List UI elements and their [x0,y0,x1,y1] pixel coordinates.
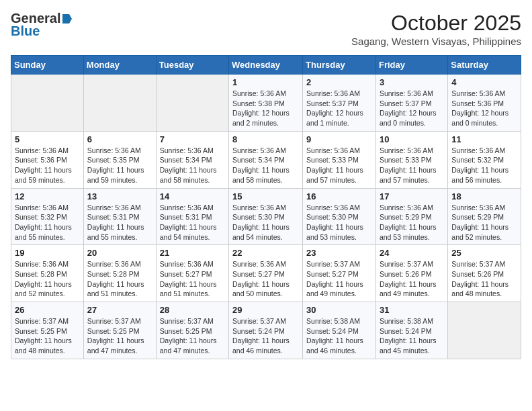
day-number: 2 [306,77,372,87]
day-number: 30 [306,305,372,315]
day-number: 5 [15,134,80,144]
calendar-cell: 24Sunrise: 5:37 AM Sunset: 5:26 PM Dayli… [375,245,447,302]
day-info: Sunrise: 5:37 AM Sunset: 5:25 PM Dayligh… [87,316,152,356]
weekday-header-row: SundayMondayTuesdayWednesdayThursdayFrid… [11,56,521,75]
day-info: Sunrise: 5:36 AM Sunset: 5:30 PM Dayligh… [306,203,372,242]
day-number: 21 [160,248,225,258]
day-info: Sunrise: 5:37 AM Sunset: 5:24 PM Dayligh… [232,316,299,356]
day-info: Sunrise: 5:36 AM Sunset: 5:33 PM Dayligh… [380,146,444,185]
page-header: General Blue October 2025 Sagang, Wester… [11,11,521,47]
svg-marker-0 [62,14,72,24]
day-info: Sunrise: 5:36 AM Sunset: 5:31 PM Dayligh… [160,203,225,242]
calendar-cell [11,75,84,132]
weekday-header-friday: Friday [375,56,447,75]
calendar-cell: 20Sunrise: 5:36 AM Sunset: 5:28 PM Dayli… [83,245,156,302]
day-number: 25 [451,248,517,258]
day-info: Sunrise: 5:36 AM Sunset: 5:38 PM Dayligh… [232,89,299,128]
day-number: 9 [306,134,372,144]
calendar-cell: 19Sunrise: 5:36 AM Sunset: 5:28 PM Dayli… [11,245,84,302]
calendar-week-row: 19Sunrise: 5:36 AM Sunset: 5:28 PM Dayli… [11,245,521,302]
day-info: Sunrise: 5:36 AM Sunset: 5:34 PM Dayligh… [160,146,225,185]
day-number: 17 [380,191,444,201]
day-info: Sunrise: 5:36 AM Sunset: 5:33 PM Dayligh… [306,146,372,185]
day-info: Sunrise: 5:36 AM Sunset: 5:31 PM Dayligh… [87,203,152,242]
calendar-week-row: 1Sunrise: 5:36 AM Sunset: 5:38 PM Daylig… [11,75,521,132]
calendar-cell: 7Sunrise: 5:36 AM Sunset: 5:34 PM Daylig… [156,131,228,188]
day-info: Sunrise: 5:38 AM Sunset: 5:24 PM Dayligh… [306,316,372,356]
weekday-header-sunday: Sunday [11,56,84,75]
calendar-cell: 11Sunrise: 5:36 AM Sunset: 5:32 PM Dayli… [448,131,521,188]
day-number: 6 [87,134,152,144]
calendar-cell: 9Sunrise: 5:36 AM Sunset: 5:33 PM Daylig… [303,131,376,188]
day-info: Sunrise: 5:37 AM Sunset: 5:25 PM Dayligh… [160,316,225,356]
day-number: 16 [306,191,372,201]
calendar-cell: 22Sunrise: 5:36 AM Sunset: 5:27 PM Dayli… [229,245,303,302]
day-number: 11 [451,134,517,144]
calendar-cell: 29Sunrise: 5:37 AM Sunset: 5:24 PM Dayli… [229,302,303,359]
day-number: 4 [451,77,517,87]
calendar-table: SundayMondayTuesdayWednesdayThursdayFrid… [11,55,521,359]
calendar-cell: 13Sunrise: 5:36 AM Sunset: 5:31 PM Dayli… [83,188,156,245]
day-info: Sunrise: 5:36 AM Sunset: 5:28 PM Dayligh… [87,259,152,299]
day-number: 31 [380,305,444,315]
day-info: Sunrise: 5:36 AM Sunset: 5:37 PM Dayligh… [380,89,444,128]
weekday-header-tuesday: Tuesday [156,56,228,75]
day-info: Sunrise: 5:38 AM Sunset: 5:24 PM Dayligh… [380,316,444,356]
day-info: Sunrise: 5:36 AM Sunset: 5:35 PM Dayligh… [87,146,152,185]
calendar-cell: 23Sunrise: 5:37 AM Sunset: 5:27 PM Dayli… [303,245,376,302]
calendar-cell [156,75,228,132]
day-number: 28 [160,305,225,315]
day-number: 10 [380,134,444,144]
day-info: Sunrise: 5:36 AM Sunset: 5:32 PM Dayligh… [451,146,517,185]
day-number: 20 [87,248,152,258]
day-number: 22 [232,248,299,258]
day-number: 23 [306,248,372,258]
calendar-cell: 1Sunrise: 5:36 AM Sunset: 5:38 PM Daylig… [229,75,303,132]
calendar-week-row: 12Sunrise: 5:36 AM Sunset: 5:32 PM Dayli… [11,188,521,245]
logo-blue-text: Blue [11,24,40,39]
day-info: Sunrise: 5:37 AM Sunset: 5:25 PM Dayligh… [15,316,80,356]
day-number: 18 [451,191,517,201]
weekday-header-saturday: Saturday [448,56,521,75]
calendar-cell [448,302,521,359]
calendar-cell: 28Sunrise: 5:37 AM Sunset: 5:25 PM Dayli… [156,302,228,359]
day-info: Sunrise: 5:36 AM Sunset: 5:37 PM Dayligh… [306,89,372,128]
calendar-cell: 6Sunrise: 5:36 AM Sunset: 5:35 PM Daylig… [83,131,156,188]
day-number: 3 [380,77,444,87]
day-number: 15 [232,191,299,201]
calendar-cell: 27Sunrise: 5:37 AM Sunset: 5:25 PM Dayli… [83,302,156,359]
day-number: 1 [232,77,299,87]
day-number: 7 [160,134,225,144]
day-number: 29 [232,305,299,315]
day-info: Sunrise: 5:37 AM Sunset: 5:27 PM Dayligh… [306,259,372,299]
calendar-cell: 18Sunrise: 5:36 AM Sunset: 5:29 PM Dayli… [448,188,521,245]
day-info: Sunrise: 5:36 AM Sunset: 5:36 PM Dayligh… [451,89,517,128]
day-info: Sunrise: 5:36 AM Sunset: 5:36 PM Dayligh… [15,146,80,185]
calendar-week-row: 26Sunrise: 5:37 AM Sunset: 5:25 PM Dayli… [11,302,521,359]
day-number: 12 [15,191,80,201]
calendar-cell: 12Sunrise: 5:36 AM Sunset: 5:32 PM Dayli… [11,188,84,245]
weekday-header-wednesday: Wednesday [229,56,303,75]
day-info: Sunrise: 5:36 AM Sunset: 5:34 PM Dayligh… [232,146,299,185]
day-number: 14 [160,191,225,201]
day-number: 13 [87,191,152,201]
day-info: Sunrise: 5:36 AM Sunset: 5:29 PM Dayligh… [451,203,517,242]
day-info: Sunrise: 5:36 AM Sunset: 5:27 PM Dayligh… [232,259,299,299]
location: Sagang, Western Visayas, Philippines [351,36,521,47]
calendar-cell: 5Sunrise: 5:36 AM Sunset: 5:36 PM Daylig… [11,131,84,188]
calendar-week-row: 5Sunrise: 5:36 AM Sunset: 5:36 PM Daylig… [11,131,521,188]
calendar-cell: 15Sunrise: 5:36 AM Sunset: 5:30 PM Dayli… [229,188,303,245]
day-number: 24 [380,248,444,258]
calendar-cell: 30Sunrise: 5:38 AM Sunset: 5:24 PM Dayli… [303,302,376,359]
day-info: Sunrise: 5:36 AM Sunset: 5:30 PM Dayligh… [232,203,299,242]
day-info: Sunrise: 5:37 AM Sunset: 5:26 PM Dayligh… [380,259,444,299]
calendar-cell: 10Sunrise: 5:36 AM Sunset: 5:33 PM Dayli… [375,131,447,188]
calendar-cell: 3Sunrise: 5:36 AM Sunset: 5:37 PM Daylig… [375,75,447,132]
day-number: 27 [87,305,152,315]
calendar-cell: 21Sunrise: 5:36 AM Sunset: 5:27 PM Dayli… [156,245,228,302]
day-info: Sunrise: 5:36 AM Sunset: 5:27 PM Dayligh… [160,259,225,299]
logo: General Blue [11,11,74,39]
title-block: October 2025 Sagang, Western Visayas, Ph… [351,11,521,47]
calendar-cell: 4Sunrise: 5:36 AM Sunset: 5:36 PM Daylig… [448,75,521,132]
day-number: 19 [15,248,80,258]
